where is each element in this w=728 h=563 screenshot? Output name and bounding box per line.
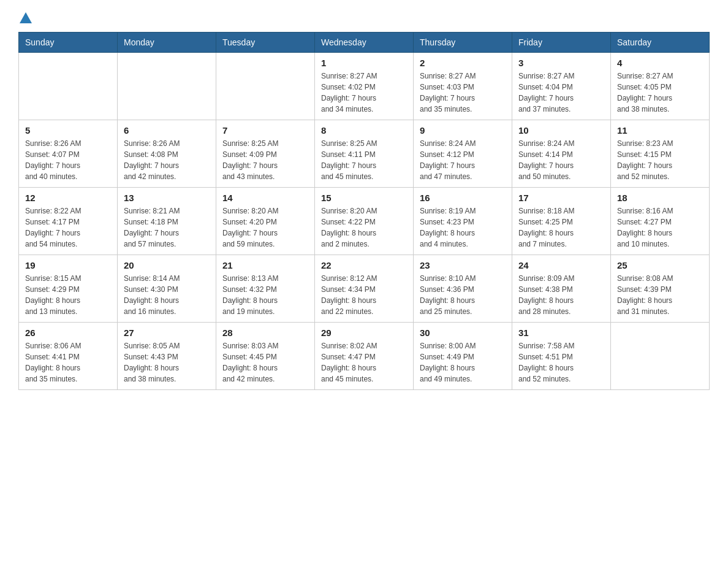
calendar-day-cell: 24Sunrise: 8:09 AM Sunset: 4:38 PM Dayli… [512,255,611,323]
day-info: Sunrise: 8:02 AM Sunset: 4:47 PM Dayligh… [321,340,407,385]
day-number: 29 [321,327,407,338]
calendar-day-cell: 5Sunrise: 8:26 AM Sunset: 4:07 PM Daylig… [19,120,118,188]
calendar-week-row: 12Sunrise: 8:22 AM Sunset: 4:17 PM Dayli… [19,188,710,255]
calendar-day-cell [611,323,710,390]
calendar-day-cell: 16Sunrise: 8:19 AM Sunset: 4:23 PM Dayli… [414,188,512,255]
day-number: 24 [518,260,604,270]
col-wednesday: Wednesday [315,33,414,53]
calendar-day-cell: 12Sunrise: 8:22 AM Sunset: 4:17 PM Dayli… [19,188,118,255]
day-number: 5 [25,125,111,136]
day-number: 14 [222,193,308,203]
day-number: 21 [222,260,308,270]
day-number: 19 [25,260,111,270]
day-info: Sunrise: 8:20 AM Sunset: 4:20 PM Dayligh… [222,205,308,250]
day-info: Sunrise: 8:09 AM Sunset: 4:38 PM Dayligh… [518,273,604,317]
col-saturday: Saturday [611,33,710,53]
day-info: Sunrise: 8:27 AM Sunset: 4:05 PM Dayligh… [617,71,703,115]
calendar-week-row: 1Sunrise: 8:27 AM Sunset: 4:02 PM Daylig… [19,53,710,120]
day-info: Sunrise: 8:18 AM Sunset: 4:25 PM Dayligh… [518,205,604,250]
day-number: 30 [420,327,506,338]
day-number: 11 [617,125,703,136]
calendar-day-cell: 27Sunrise: 8:05 AM Sunset: 4:43 PM Dayli… [118,323,216,390]
day-number: 13 [124,193,210,203]
day-number: 12 [25,193,111,203]
day-info: Sunrise: 8:23 AM Sunset: 4:15 PM Dayligh… [617,138,703,182]
day-info: Sunrise: 7:58 AM Sunset: 4:51 PM Dayligh… [518,340,604,385]
day-info: Sunrise: 8:16 AM Sunset: 4:27 PM Dayligh… [617,205,703,250]
calendar-day-cell: 3Sunrise: 8:27 AM Sunset: 4:04 PM Daylig… [512,53,611,120]
calendar-day-cell [216,53,315,120]
calendar-day-cell: 17Sunrise: 8:18 AM Sunset: 4:25 PM Dayli… [512,188,611,255]
day-info: Sunrise: 8:21 AM Sunset: 4:18 PM Dayligh… [124,205,210,250]
logo [18,12,32,22]
calendar-day-cell: 10Sunrise: 8:24 AM Sunset: 4:14 PM Dayli… [512,120,611,188]
day-info: Sunrise: 8:24 AM Sunset: 4:14 PM Dayligh… [518,138,604,182]
calendar-day-cell: 4Sunrise: 8:27 AM Sunset: 4:05 PM Daylig… [611,53,710,120]
col-monday: Monday [118,33,216,53]
calendar-day-cell: 6Sunrise: 8:26 AM Sunset: 4:08 PM Daylig… [118,120,216,188]
day-number: 22 [321,260,407,270]
day-info: Sunrise: 8:27 AM Sunset: 4:02 PM Dayligh… [321,71,407,115]
calendar-day-cell [19,53,118,120]
calendar-day-cell: 22Sunrise: 8:12 AM Sunset: 4:34 PM Dayli… [315,255,414,323]
col-friday: Friday [512,33,611,53]
day-info: Sunrise: 8:14 AM Sunset: 4:30 PM Dayligh… [124,273,210,317]
calendar-day-cell: 23Sunrise: 8:10 AM Sunset: 4:36 PM Dayli… [414,255,512,323]
day-number: 31 [518,327,604,338]
day-number: 7 [222,125,308,136]
day-number: 2 [420,58,506,68]
day-info: Sunrise: 8:00 AM Sunset: 4:49 PM Dayligh… [420,340,506,385]
day-info: Sunrise: 8:19 AM Sunset: 4:23 PM Dayligh… [420,205,506,250]
day-number: 20 [124,260,210,270]
calendar-day-cell: 31Sunrise: 7:58 AM Sunset: 4:51 PM Dayli… [512,323,611,390]
calendar-day-cell: 8Sunrise: 8:25 AM Sunset: 4:11 PM Daylig… [315,120,414,188]
calendar-day-cell: 25Sunrise: 8:08 AM Sunset: 4:39 PM Dayli… [611,255,710,323]
day-info: Sunrise: 8:12 AM Sunset: 4:34 PM Dayligh… [321,273,407,317]
day-info: Sunrise: 8:26 AM Sunset: 4:08 PM Dayligh… [124,138,210,182]
day-info: Sunrise: 8:03 AM Sunset: 4:45 PM Dayligh… [222,340,308,385]
calendar-day-cell: 26Sunrise: 8:06 AM Sunset: 4:41 PM Dayli… [19,323,118,390]
day-number: 18 [617,193,703,203]
calendar-day-cell [118,53,216,120]
calendar-day-cell: 29Sunrise: 8:02 AM Sunset: 4:47 PM Dayli… [315,323,414,390]
calendar-day-cell: 30Sunrise: 8:00 AM Sunset: 4:49 PM Dayli… [414,323,512,390]
day-info: Sunrise: 8:05 AM Sunset: 4:43 PM Dayligh… [124,340,210,385]
day-info: Sunrise: 8:26 AM Sunset: 4:07 PM Dayligh… [25,138,111,182]
day-info: Sunrise: 8:27 AM Sunset: 4:03 PM Dayligh… [420,71,506,115]
col-tuesday: Tuesday [216,33,315,53]
calendar-day-cell: 9Sunrise: 8:24 AM Sunset: 4:12 PM Daylig… [414,120,512,188]
day-info: Sunrise: 8:13 AM Sunset: 4:32 PM Dayligh… [222,273,308,317]
day-number: 28 [222,327,308,338]
day-number: 27 [124,327,210,338]
day-number: 3 [518,58,604,68]
day-number: 25 [617,260,703,270]
day-number: 9 [420,125,506,136]
day-number: 10 [518,125,604,136]
calendar-day-cell: 18Sunrise: 8:16 AM Sunset: 4:27 PM Dayli… [611,188,710,255]
calendar-day-cell: 14Sunrise: 8:20 AM Sunset: 4:20 PM Dayli… [216,188,315,255]
day-number: 6 [124,125,210,136]
calendar-week-row: 26Sunrise: 8:06 AM Sunset: 4:41 PM Dayli… [19,323,710,390]
svg-marker-0 [20,12,32,23]
calendar-table: Sunday Monday Tuesday Wednesday Thursday… [18,32,710,390]
day-info: Sunrise: 8:15 AM Sunset: 4:29 PM Dayligh… [25,273,111,317]
day-info: Sunrise: 8:25 AM Sunset: 4:09 PM Dayligh… [222,138,308,182]
calendar-day-cell: 1Sunrise: 8:27 AM Sunset: 4:02 PM Daylig… [315,53,414,120]
day-info: Sunrise: 8:20 AM Sunset: 4:22 PM Dayligh… [321,205,407,250]
day-number: 26 [25,327,111,338]
col-thursday: Thursday [414,33,512,53]
calendar-day-cell: 28Sunrise: 8:03 AM Sunset: 4:45 PM Dayli… [216,323,315,390]
calendar-day-cell: 11Sunrise: 8:23 AM Sunset: 4:15 PM Dayli… [611,120,710,188]
calendar-week-row: 5Sunrise: 8:26 AM Sunset: 4:07 PM Daylig… [19,120,710,188]
day-number: 16 [420,193,506,203]
day-info: Sunrise: 8:22 AM Sunset: 4:17 PM Dayligh… [25,205,111,250]
calendar-day-cell: 7Sunrise: 8:25 AM Sunset: 4:09 PM Daylig… [216,120,315,188]
calendar-day-cell: 19Sunrise: 8:15 AM Sunset: 4:29 PM Dayli… [19,255,118,323]
calendar-day-cell: 15Sunrise: 8:20 AM Sunset: 4:22 PM Dayli… [315,188,414,255]
day-number: 23 [420,260,506,270]
day-number: 15 [321,193,407,203]
day-number: 8 [321,125,407,136]
day-number: 4 [617,58,703,68]
page-header [18,12,710,22]
day-number: 1 [321,58,407,68]
